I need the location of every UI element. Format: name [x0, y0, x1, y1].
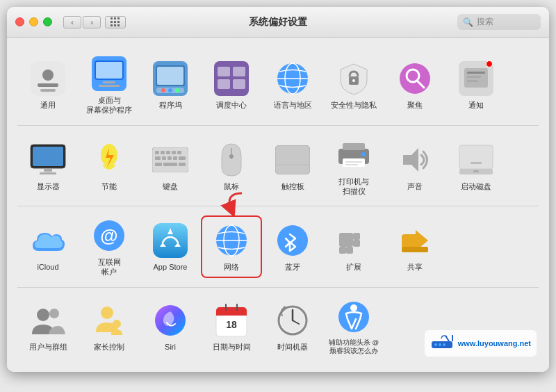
- pref-usersgroups[interactable]: 用户与群组: [17, 297, 79, 356]
- svg-rect-53: [179, 163, 186, 166]
- pref-accessibility[interactable]: 辅助功能头杀 @颓睿我该怎么办: [323, 293, 384, 360]
- internetaccounts-icon: @: [90, 216, 129, 255]
- svg-rect-11: [157, 67, 183, 85]
- pref-trackpad[interactable]: 触控板: [262, 136, 323, 195]
- svg-point-104: [439, 343, 441, 346]
- pref-security[interactable]: 安全性与隐私: [323, 55, 384, 114]
- sharing-label: 共享: [407, 262, 423, 272]
- svg-point-87: [113, 320, 121, 328]
- pref-sharing[interactable]: 共享: [384, 217, 445, 276]
- icloud-label: iCloud: [37, 262, 58, 272]
- preferences-content: 通用 桌面与 屏幕保护程序: [7, 38, 549, 372]
- pref-spotlight[interactable]: 聚焦: [384, 55, 445, 114]
- mouse-label: 鼠标: [224, 181, 239, 191]
- dock-icon: [151, 59, 190, 98]
- pref-timemachine[interactable]: 时间机器: [262, 297, 323, 356]
- svg-point-26: [400, 63, 430, 94]
- search-box[interactable]: 🔍 搜索: [457, 14, 541, 30]
- pref-siri[interactable]: Siri: [140, 297, 201, 356]
- svg-point-1: [42, 70, 54, 81]
- svg-rect-48: [167, 156, 172, 160]
- svg-rect-41: [155, 151, 159, 154]
- watermark-url: www.luyouwang.net: [458, 339, 531, 348]
- svg-point-85: [49, 309, 59, 318]
- svg-rect-65: [459, 145, 493, 169]
- pref-printers[interactable]: 打印机与 扫描仪: [323, 131, 384, 201]
- svg-text:18: 18: [226, 319, 237, 330]
- pref-parental[interactable]: 家长控制: [79, 297, 140, 356]
- sound-label: 声音: [407, 181, 423, 191]
- siri-icon: [151, 301, 190, 340]
- back-button[interactable]: ‹: [63, 16, 81, 28]
- extensions-icon: [334, 221, 373, 260]
- desktop-label: 桌面与 屏幕保护程序: [86, 95, 132, 115]
- pref-desktop[interactable]: 桌面与 屏幕保护程序: [79, 50, 140, 120]
- displays-label: 显示器: [37, 181, 60, 191]
- svg-rect-7: [103, 81, 115, 83]
- timemachine-icon: [273, 301, 312, 340]
- svg-rect-68: [473, 170, 479, 172]
- icloud-icon: [28, 221, 67, 260]
- spotlight-label: 聚焦: [407, 100, 423, 110]
- svg-rect-52: [163, 163, 177, 166]
- network-icon: [212, 221, 251, 260]
- pref-displays[interactable]: 显示器: [17, 136, 79, 195]
- system-preferences-window: ‹ › 系统偏好设置 🔍 搜索: [7, 7, 549, 372]
- fullscreen-button[interactable]: [43, 17, 52, 26]
- dock-label: 程序坞: [159, 100, 182, 110]
- pref-startup[interactable]: 启动磁盘: [445, 136, 507, 195]
- usersgroups-label: 用户与群组: [29, 342, 67, 352]
- pref-language[interactable]: 语言与地区: [262, 55, 323, 114]
- security-label: 安全性与隐私: [331, 100, 377, 110]
- parental-icon: [90, 301, 129, 340]
- pref-icloud[interactable]: iCloud: [17, 217, 79, 276]
- svg-rect-47: [162, 156, 166, 160]
- general-label: 通用: [40, 100, 56, 110]
- pref-mouse[interactable]: 鼠标: [201, 136, 262, 195]
- pref-notifications[interactable]: 通知: [445, 55, 507, 114]
- svg-rect-78: [339, 233, 353, 247]
- close-button[interactable]: [15, 17, 24, 26]
- svg-rect-59: [343, 143, 365, 150]
- svg-rect-44: [172, 151, 176, 154]
- pref-bluetooth[interactable]: 蓝牙: [262, 217, 323, 276]
- sharing-icon: [395, 221, 434, 260]
- svg-point-101: [350, 304, 357, 311]
- svg-rect-63: [345, 164, 358, 165]
- printers-icon: [334, 136, 373, 174]
- pref-sound[interactable]: 声音: [384, 136, 445, 195]
- svg-rect-91: [216, 311, 247, 316]
- pref-network[interactable]: 网络: [201, 215, 262, 277]
- pref-datetime[interactable]: 18 日期与时间: [201, 297, 262, 356]
- pref-general[interactable]: 通用: [17, 55, 79, 114]
- svg-point-15: [175, 88, 179, 92]
- pref-internetaccounts[interactable]: @ 互联网 帐户: [79, 212, 140, 281]
- desktop-icon: [90, 54, 129, 93]
- pref-dock[interactable]: 程序坞: [140, 55, 201, 114]
- svg-rect-67: [471, 162, 482, 164]
- svg-rect-56: [275, 145, 310, 174]
- svg-rect-79: [353, 233, 360, 240]
- energy-icon: [90, 140, 129, 179]
- grid-view-button[interactable]: [105, 16, 126, 28]
- svg-rect-33: [467, 80, 478, 82]
- svg-rect-43: [166, 151, 170, 154]
- pref-extensions[interactable]: 扩展: [323, 217, 384, 276]
- pref-appstore[interactable]: App Store: [140, 217, 201, 276]
- minimize-button[interactable]: [29, 17, 38, 26]
- pref-keyboard[interactable]: 键盘: [140, 136, 201, 195]
- svg-rect-8: [99, 85, 120, 87]
- svg-rect-37: [40, 172, 56, 174]
- svg-rect-80: [353, 240, 360, 247]
- router-icon: [430, 333, 454, 354]
- titlebar: ‹ › 系统偏好设置 🔍 搜索: [7, 7, 549, 38]
- pref-energy[interactable]: 节能: [79, 136, 140, 195]
- svg-rect-32: [467, 76, 481, 78]
- trackpad-icon: [273, 140, 312, 179]
- parental-label: 家长控制: [94, 342, 124, 352]
- forward-button[interactable]: ›: [83, 16, 101, 28]
- siri-label: Siri: [165, 342, 176, 352]
- pref-mission[interactable]: 调度中心: [201, 55, 262, 114]
- datetime-icon: 18: [212, 301, 251, 340]
- svg-rect-71: [153, 223, 188, 258]
